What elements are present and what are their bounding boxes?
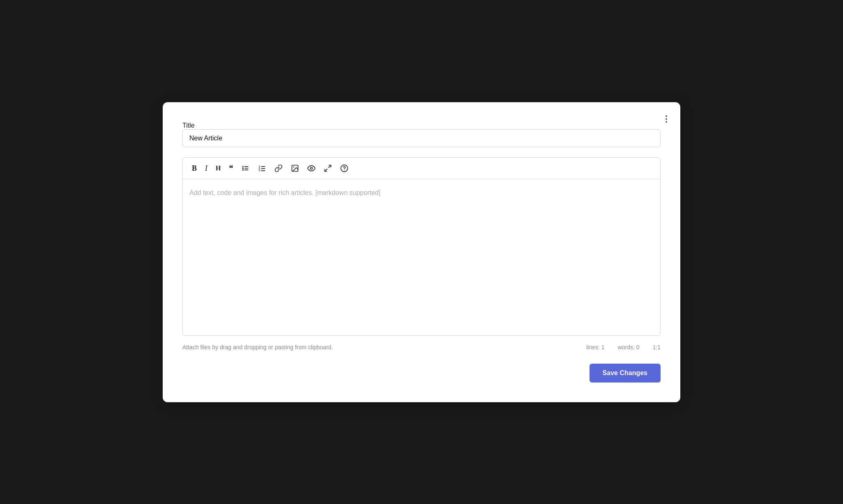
svg-rect-3: [244, 168, 249, 169]
svg-point-4: [242, 169, 244, 170]
fullscreen-button[interactable]: [320, 162, 335, 175]
ordered-list-icon: 1. 2. 3.: [258, 164, 266, 172]
svg-line-16: [325, 169, 327, 171]
italic-icon: I: [205, 165, 207, 172]
svg-point-18: [344, 170, 345, 170]
preview-button[interactable]: [304, 162, 319, 175]
quote-icon: ❝: [229, 164, 233, 172]
heading-button[interactable]: H: [212, 163, 224, 174]
svg-rect-5: [244, 170, 249, 170]
image-icon: [291, 164, 299, 172]
svg-point-2: [242, 167, 244, 169]
svg-text:3.: 3.: [259, 169, 261, 171]
svg-point-14: [311, 167, 313, 169]
svg-rect-9: [261, 168, 265, 169]
unordered-list-icon: [242, 164, 250, 172]
bold-button[interactable]: B: [189, 162, 200, 174]
save-changes-button[interactable]: Save Changes: [590, 364, 661, 383]
svg-rect-7: [261, 166, 265, 167]
eye-icon: [307, 164, 316, 172]
article-editor-modal: Title B I H ❝: [163, 102, 680, 402]
svg-point-13: [293, 166, 295, 167]
image-button[interactable]: [288, 162, 302, 175]
link-button[interactable]: [271, 162, 286, 175]
italic-button[interactable]: I: [202, 162, 211, 174]
ordered-list-button[interactable]: 1. 2. 3.: [255, 162, 269, 175]
help-button[interactable]: [337, 162, 352, 175]
editor-placeholder: Add text, code and images for rich artic…: [189, 189, 380, 196]
title-label: Title: [182, 122, 195, 129]
editor-footer: Attach files by drag and dropping or pas…: [182, 344, 661, 351]
link-icon: [274, 164, 283, 172]
quote-button[interactable]: ❝: [226, 162, 237, 175]
svg-rect-1: [244, 166, 249, 167]
bold-icon: B: [192, 165, 197, 172]
editor-toolbar: B I H ❝: [183, 158, 660, 179]
position-stat: 1:1: [653, 344, 661, 351]
svg-point-0: [242, 166, 244, 167]
lines-stat: lines: 1: [586, 344, 604, 351]
fullscreen-icon: [324, 164, 332, 172]
unordered-list-button[interactable]: [238, 162, 253, 175]
svg-line-15: [329, 165, 331, 167]
words-stat: words: 0: [618, 344, 640, 351]
footer-stats: lines: 1 words: 0 1:1: [586, 344, 661, 351]
more-options-button[interactable]: [662, 112, 670, 126]
heading-icon: H: [216, 165, 221, 172]
svg-rect-11: [261, 170, 265, 171]
attach-hint: Attach files by drag and dropping or pas…: [182, 344, 333, 351]
editor-container: B I H ❝: [182, 157, 661, 336]
help-icon: [340, 164, 348, 172]
title-input[interactable]: [182, 129, 661, 147]
editor-body[interactable]: Add text, code and images for rich artic…: [183, 179, 660, 335]
